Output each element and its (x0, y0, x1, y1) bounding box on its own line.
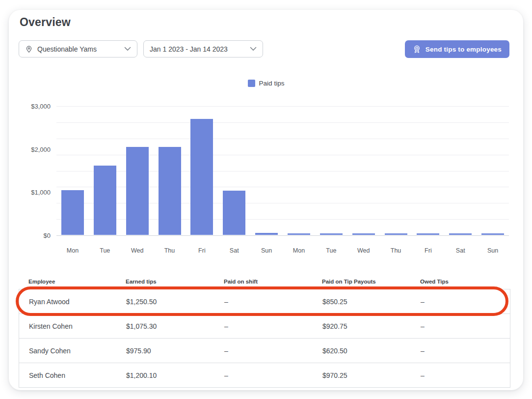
x-axis-line (56, 235, 509, 236)
bar-fri-4[interactable] (190, 119, 213, 235)
chevron-down-icon (124, 47, 131, 51)
y-tick-label: $0 (44, 232, 51, 239)
bar-column-11 (412, 106, 444, 235)
value-cell: – (411, 347, 510, 355)
value-cell: – (214, 347, 313, 355)
value-cell: $1,250.50 (116, 298, 214, 306)
bar-thu-10[interactable] (385, 233, 407, 235)
value-cell: $920.75 (313, 322, 411, 330)
award-badge-icon (413, 45, 421, 54)
y-tick-label: $2,000 (31, 145, 51, 153)
column-header-paid-on-tip-payouts: Paid on Tip Payouts (312, 277, 410, 286)
bar-wed-2[interactable] (126, 147, 149, 235)
paid-tips-bar-chart: $3,000$2,000$1,000$0 MonTueWedThuFriSatS… (9, 106, 523, 254)
location-pin-icon (25, 45, 33, 53)
send-tips-button[interactable]: Send tips to employees (405, 40, 509, 58)
value-cell: – (411, 298, 510, 306)
bar-sun-13[interactable] (481, 233, 504, 235)
x-tick-label-fri-11: Fri (412, 247, 444, 254)
x-tick-label-sun-6: Sun (250, 247, 283, 254)
bar-column-4 (186, 106, 218, 235)
x-tick-label-wed-2: Wed (121, 247, 154, 254)
bar-fri-11[interactable] (417, 233, 439, 235)
x-tick-label-thu-10: Thu (380, 247, 412, 254)
value-cell: $850.25 (313, 298, 411, 306)
bar-column-2 (121, 106, 154, 235)
table-body: Ryan Atwood$1,250.50–$850.25–Kirsten Coh… (19, 289, 510, 388)
column-header-paid-on-shift: Paid on shift (214, 277, 312, 286)
date-range-dropdown-value: Jan 1 2023 - Jan 14 2023 (150, 45, 245, 53)
x-tick-label-tue-8: Tue (315, 247, 347, 254)
x-tick-label-mon-7: Mon (283, 247, 315, 254)
bar-column-10 (380, 106, 412, 235)
bar-column-6 (250, 106, 283, 235)
table-row-ryan-atwood[interactable]: Ryan Atwood$1,250.50–$850.25– (19, 289, 510, 314)
column-header-owed-tips: Owed Tips (410, 277, 510, 286)
bar-column-0 (56, 106, 89, 235)
location-dropdown[interactable]: Questionable Yams (19, 40, 137, 57)
bar-mon-7[interactable] (288, 233, 310, 235)
location-dropdown-value: Questionable Yams (37, 45, 120, 53)
bar-column-8 (315, 106, 347, 235)
column-header-earned-tips: Earned tips (116, 277, 214, 286)
y-tick-label: $3,000 (31, 103, 51, 110)
value-cell: – (411, 322, 510, 330)
column-header-employee: Employee (19, 277, 116, 286)
x-tick-label-fri-4: Fri (186, 247, 218, 254)
bar-column-13 (477, 106, 509, 235)
page-title: Overview (20, 16, 71, 29)
value-cell: – (214, 298, 313, 306)
legend-label-paid-tips: Paid tips (259, 80, 285, 87)
date-range-dropdown[interactable]: Jan 1 2023 - Jan 14 2023 (143, 40, 263, 57)
table-row-seth-cohen[interactable]: Seth Cohen$1,200.10–$970.25– (19, 363, 510, 388)
bar-sat-12[interactable] (449, 233, 472, 235)
legend-swatch-paid-tips (248, 80, 255, 87)
bar-column-7 (283, 106, 315, 235)
value-cell: – (411, 371, 510, 379)
employee-tips-table: EmployeeEarned tipsPaid on shiftPaid on … (19, 277, 510, 388)
x-tick-label-sat-12: Sat (444, 247, 477, 254)
x-tick-label-sun-13: Sun (477, 247, 509, 254)
employee-name-cell: Seth Cohen (19, 371, 116, 379)
bar-wed-9[interactable] (352, 233, 375, 235)
value-cell: $970.25 (313, 371, 411, 379)
bar-tue-8[interactable] (320, 233, 343, 235)
value-cell: – (214, 371, 313, 379)
overview-card: Overview Questionable Yams Jan 1 2023 - … (9, 10, 523, 390)
bar-sat-5[interactable] (223, 191, 245, 235)
y-axis-labels: $3,000$2,000$1,000$0 (9, 106, 51, 235)
table-row-kirsten-cohen[interactable]: Kirsten Cohen$1,075.30–$920.75– (19, 314, 510, 339)
bar-thu-3[interactable] (159, 147, 181, 235)
chevron-down-icon (250, 47, 257, 51)
y-tick-label: $1,000 (31, 189, 51, 196)
bar-column-9 (347, 106, 380, 235)
employee-name-cell: Ryan Atwood (19, 298, 116, 306)
value-cell: $1,200.10 (116, 371, 214, 379)
employee-name-cell: Sandy Cohen (19, 347, 116, 355)
chart-plot-area (56, 106, 509, 235)
x-tick-label-mon-0: Mon (56, 247, 89, 254)
x-tick-label-wed-9: Wed (347, 247, 380, 254)
value-cell: $975.90 (116, 347, 214, 355)
table-header-row: EmployeeEarned tipsPaid on shiftPaid on … (19, 277, 510, 286)
x-axis-labels: MonTueWedThuFriSatSunMonTueWedThuFriSatS… (56, 247, 509, 254)
x-tick-label-thu-3: Thu (154, 247, 186, 254)
x-tick-label-tue-1: Tue (89, 247, 121, 254)
employee-name-cell: Kirsten Cohen (19, 322, 116, 330)
bar-tue-1[interactable] (94, 166, 116, 235)
bar-column-3 (154, 106, 186, 235)
bar-column-5 (218, 106, 250, 235)
table-row-sandy-cohen[interactable]: Sandy Cohen$975.90–$620.50– (19, 339, 510, 363)
value-cell: – (214, 322, 313, 330)
bars-layer (56, 106, 509, 235)
bar-mon-0[interactable] (61, 190, 84, 235)
bar-column-12 (444, 106, 477, 235)
bar-sun-6[interactable] (255, 233, 278, 235)
send-tips-button-label: Send tips to employees (426, 46, 502, 53)
value-cell: $620.50 (313, 347, 411, 355)
bar-column-1 (89, 106, 121, 235)
chart-legend: Paid tips (9, 80, 523, 87)
x-tick-label-sat-5: Sat (218, 247, 250, 254)
value-cell: $1,075.30 (116, 322, 214, 330)
